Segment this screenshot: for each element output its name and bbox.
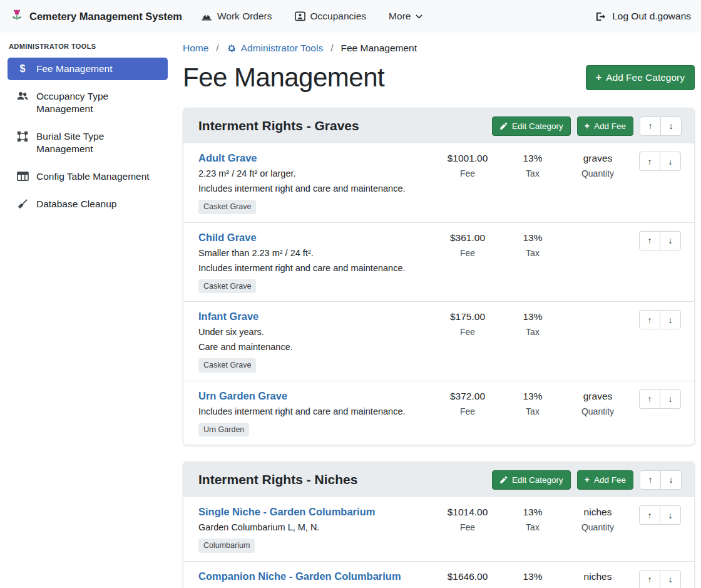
arrow-down-icon: ↓ [668,575,673,584]
fee-name-link[interactable]: Urn Garden Grave [198,390,287,401]
app-brand[interactable]: Cemetery Management System [10,9,182,24]
fee-row: Companion Niche - Garden Columbarium Gar… [183,561,694,588]
fee-reorder-buttons: ↑ ↓ [639,231,682,250]
fee-tax-label: Tax [500,586,565,588]
sidebar-item-burial-site-type-management[interactable]: Burial Site Type Management [8,125,168,160]
category-fee-list: Single Niche - Garden Columbarium Garden… [183,497,694,588]
move-category-down-button[interactable]: ↓ [660,116,682,136]
dollar-icon: $ [16,63,29,75]
breadcrumb-admin-tools-link[interactable]: Administrator Tools [227,43,324,54]
move-fee-up-button[interactable]: ↑ [639,231,660,250]
nav-more-label: More [389,11,411,22]
sidebar-item-occupancy-type-management[interactable]: Occupancy Type Management [8,85,168,120]
fee-name-link[interactable]: Infant Grave [198,311,258,322]
breadcrumb-admin-tools-label: Administrator Tools [241,43,324,54]
arrow-up-icon: ↑ [648,236,652,245]
fee-amount-label: Fee [435,406,500,417]
nav-more[interactable]: More [389,11,422,22]
fee-row: Infant Grave Under six years. Care and m… [183,301,694,381]
breadcrumb-separator: / [330,43,333,54]
app-title: Cemetery Management System [29,11,182,23]
move-fee-up-button[interactable]: ↑ [639,389,660,409]
edit-category-button[interactable]: Edit Category [492,470,571,490]
edit-category-button[interactable]: Edit Category [492,116,571,136]
add-fee-button[interactable]: + Add Fee [577,116,633,136]
tulip-logo-icon [10,9,24,24]
fee-amount-column: $1014.00 Fee [435,505,500,533]
fee-name-link[interactable]: Child Grave [198,232,257,243]
move-category-down-button[interactable]: ↓ [660,470,682,490]
fee-row: Single Niche - Garden Columbarium Garden… [183,497,694,561]
move-fee-up-button[interactable]: ↑ [639,152,660,171]
arrow-up-icon: ↑ [648,157,652,166]
plus-icon: + [585,475,590,484]
fee-amount-value: $372.00 [435,390,500,403]
arrow-down-icon: ↓ [668,316,673,324]
fee-quantity-value: graves [565,390,630,403]
move-fee-up-button[interactable]: ↑ [639,310,660,329]
fee-tax-label: Tax [500,406,565,417]
category-header: Interment Rights - Graves Edit Category … [183,108,694,143]
fee-tax-column: 13% Tax [500,570,565,588]
fee-name-link[interactable]: Companion Niche - Garden Columbarium [198,570,401,582]
sidebar-item-database-cleanup[interactable]: Database Cleanup [8,193,168,215]
move-fee-down-button[interactable]: ↓ [660,310,681,329]
fee-reorder-buttons: ↑ ↓ [639,389,682,409]
main-content: Home / Administrator Tools / Fee Managem… [183,33,695,588]
fee-tax-value: 13% [500,506,565,518]
fee-quantity-column [565,310,630,311]
move-fee-down-button[interactable]: ↓ [660,505,681,525]
add-fee-label: Add Fee [594,121,626,131]
sidebar-item-fee-management[interactable]: $ Fee Management [8,58,168,80]
logout-button[interactable]: Log Out d.gowans [596,11,691,22]
fee-amount-value: $1646.00 [435,570,500,583]
fee-tax-label: Tax [500,522,565,533]
fee-name-link[interactable]: Single Niche - Garden Columbarium [198,506,375,517]
pencil-icon [499,476,508,484]
fee-amount-label: Fee [435,247,500,259]
arrow-down-icon: ↓ [668,511,673,520]
move-fee-down-button[interactable]: ↓ [660,389,681,409]
logout-icon [596,12,606,21]
move-fee-up-button[interactable]: ↑ [639,570,660,588]
fee-quantity-label: Quantity [565,168,630,179]
category-reorder-buttons: ↑ ↓ [640,116,682,136]
add-fee-button[interactable]: + Add Fee [577,470,633,490]
fee-description: Includes interment right and care and ma… [198,262,429,274]
main-nav: Work Orders Occupancies More [201,11,423,22]
fee-tax-column: 13% Tax [500,310,565,338]
fee-quantity-column: graves Quantity [565,389,630,417]
add-fee-label: Add Fee [594,475,626,485]
move-fee-up-button[interactable]: ↑ [639,505,660,525]
move-fee-down-button[interactable]: ↓ [660,570,681,588]
breadcrumb-home-link[interactable]: Home [183,43,208,54]
fee-category-card: Interment Rights - Graves Edit Category … [183,108,695,445]
move-fee-down-button[interactable]: ↓ [660,231,681,250]
move-category-up-button[interactable]: ↑ [640,116,661,136]
sidebar-item-config-table-management[interactable]: Config Table Management [8,165,168,188]
fee-reorder-buttons: ↑ ↓ [639,310,682,329]
fee-amount-value: $1001.00 [435,152,500,165]
table-icon [16,171,29,182]
fee-tax-column: 13% Tax [500,389,565,417]
sidebar-item-label: Database Cleanup [36,198,116,210]
fee-description: Care and maintenance. [198,341,429,353]
fee-tax-label: Tax [500,168,565,179]
fee-amount-label: Fee [435,522,500,533]
fee-quantity-label: Quantity [565,586,630,588]
nav-occupancies[interactable]: Occupancies [295,11,367,22]
fee-tax-column: 13% Tax [500,231,565,259]
plus-icon: + [585,121,590,130]
sidebar-heading: ADMINISTRATOR TOOLS [8,43,168,58]
fee-type-badge: Urn Garden [198,423,249,437]
add-fee-category-button[interactable]: + Add Fee Category [586,65,695,90]
fee-tax-value: 13% [500,232,565,244]
nav-work-orders[interactable]: Work Orders [201,11,272,22]
move-category-up-button[interactable]: ↑ [640,470,661,490]
fee-name-link[interactable]: Adult Grave [198,152,257,163]
fee-type-badge: Casket Grave [198,279,256,294]
fee-amount-column: $175.00 Fee [435,310,500,338]
breadcrumb: Home / Administrator Tools / Fee Managem… [183,33,695,54]
pencil-icon [499,122,508,130]
move-fee-down-button[interactable]: ↓ [660,152,681,171]
